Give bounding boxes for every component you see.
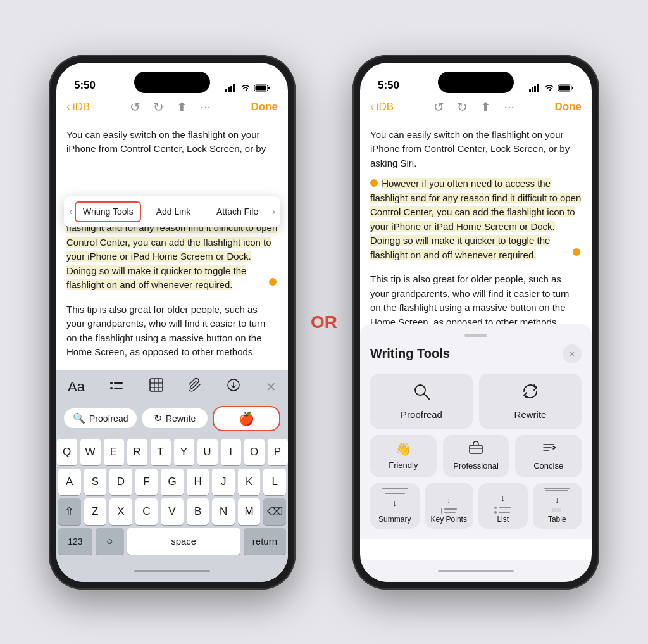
key-k[interactable]: K bbox=[238, 469, 261, 495]
keyboard-1: Q W E R T Y U I O P A S D bbox=[56, 436, 288, 560]
redo-icon-2[interactable]: ↻ bbox=[457, 99, 468, 115]
summary-icon: ↓ bbox=[379, 488, 411, 512]
svg-rect-0 bbox=[225, 89, 227, 92]
status-icons-1 bbox=[225, 84, 270, 92]
key-a[interactable]: A bbox=[58, 469, 81, 495]
nav-back-label-2[interactable]: iDB bbox=[377, 101, 394, 113]
table-label: Table bbox=[548, 515, 566, 524]
key-space[interactable]: space bbox=[127, 528, 240, 555]
dynamic-island-2 bbox=[438, 72, 514, 93]
svg-point-7 bbox=[110, 382, 113, 384]
svg-rect-6 bbox=[256, 85, 266, 90]
list-icon: ↓ bbox=[487, 488, 519, 512]
key-z[interactable]: Z bbox=[84, 498, 107, 525]
bottom-bar-2 bbox=[360, 560, 592, 582]
redo-icon[interactable]: ↻ bbox=[153, 99, 164, 115]
battery-icon-2 bbox=[558, 84, 574, 92]
rewrite-btn[interactable]: ↻ Rewrite bbox=[142, 408, 207, 428]
key-d[interactable]: D bbox=[109, 469, 132, 495]
writing-tools-close-btn[interactable]: × bbox=[563, 344, 582, 363]
nav-done-2[interactable]: Done bbox=[555, 101, 582, 113]
wt-summary-btn[interactable]: ↓ Summary bbox=[370, 483, 420, 529]
key-p[interactable]: P bbox=[268, 439, 288, 465]
toolbar-chevron-right[interactable]: › bbox=[270, 204, 278, 219]
highlighted-text-2: However if you often need to access the … bbox=[370, 178, 581, 260]
professional-icon bbox=[469, 441, 483, 457]
key-q[interactable]: Q bbox=[57, 439, 77, 465]
key-h[interactable]: H bbox=[187, 469, 209, 495]
wt-key-points-btn[interactable]: ↓ Key Points bbox=[425, 483, 474, 529]
wt-concise-btn[interactable]: Concise bbox=[515, 435, 582, 477]
key-c[interactable]: C bbox=[135, 498, 158, 525]
key-r[interactable]: R bbox=[127, 439, 147, 465]
svg-rect-10 bbox=[114, 388, 123, 389]
friendly-label: Friendly bbox=[389, 460, 418, 470]
key-y[interactable]: Y bbox=[174, 439, 194, 465]
wt-table-btn[interactable]: ↓ Table bbox=[533, 483, 582, 529]
key-w[interactable]: W bbox=[80, 439, 101, 465]
key-n[interactable]: N bbox=[212, 498, 235, 525]
highlighted-section-2: However if you often need to access the … bbox=[370, 177, 582, 262]
key-g[interactable]: G bbox=[161, 469, 184, 495]
undo-icon-2[interactable]: ↺ bbox=[433, 99, 444, 115]
key-m[interactable]: M bbox=[238, 498, 261, 525]
key-backspace[interactable]: ⌫ bbox=[263, 498, 286, 525]
wt-rewrite-btn[interactable]: Rewrite bbox=[479, 374, 582, 429]
key-l[interactable]: L bbox=[263, 469, 286, 495]
wt-friendly-btn[interactable]: 👋 Friendly bbox=[370, 435, 437, 477]
proofread-icon: 🔍 bbox=[73, 412, 85, 424]
key-v[interactable]: V bbox=[161, 498, 184, 525]
undo-icon[interactable]: ↺ bbox=[130, 99, 140, 115]
key-numbers[interactable]: 123 bbox=[58, 528, 92, 555]
share-icon-2[interactable]: ⬆ bbox=[480, 99, 491, 115]
writing-tools-btn[interactable]: Writing Tools bbox=[75, 201, 141, 222]
format-font-btn[interactable]: Aa bbox=[64, 376, 89, 398]
wt-proofread-label: Proofread bbox=[401, 409, 442, 420]
key-f[interactable]: F bbox=[135, 469, 158, 495]
writing-tools-title: Writing Tools bbox=[370, 346, 450, 361]
share-icon[interactable]: ⬆ bbox=[177, 99, 187, 115]
nav-back-label-1[interactable]: iDB bbox=[73, 101, 90, 113]
nav-back-2[interactable]: ‹ iDB bbox=[370, 101, 394, 113]
wt-professional-btn[interactable]: Professional bbox=[443, 435, 509, 477]
apple-intelligence-btn[interactable]: 🍎 bbox=[213, 406, 280, 431]
key-shift[interactable]: ⇧ bbox=[58, 498, 81, 525]
key-i[interactable]: I bbox=[221, 439, 241, 465]
wt-proofread-btn[interactable]: Proofread bbox=[370, 374, 473, 429]
key-return[interactable]: return bbox=[244, 528, 286, 555]
add-link-btn[interactable]: Add Link bbox=[141, 203, 205, 221]
keyboard-close-btn[interactable]: ✕ bbox=[262, 377, 280, 397]
key-x[interactable]: X bbox=[109, 498, 132, 525]
key-row-2: A S D F G H J K L bbox=[58, 469, 286, 495]
key-e[interactable]: E bbox=[104, 439, 124, 465]
svg-rect-5 bbox=[268, 87, 270, 89]
more-icon-2[interactable]: ··· bbox=[504, 99, 514, 114]
nav-done-1[interactable]: Done bbox=[251, 101, 278, 113]
attach-file-btn[interactable]: Attach File bbox=[206, 203, 270, 221]
toolbar-chevron-left[interactable]: ‹ bbox=[66, 204, 75, 219]
proofread-btn[interactable]: 🔍 Proofread bbox=[64, 408, 137, 428]
key-u[interactable]: U bbox=[197, 439, 218, 465]
quick-actions-1: 🔍 Proofread ↻ Rewrite 🍎 bbox=[56, 403, 288, 436]
table-btn[interactable] bbox=[146, 376, 167, 398]
key-o[interactable]: O bbox=[244, 439, 265, 465]
key-points-icon: ↓ bbox=[433, 488, 464, 512]
key-t[interactable]: T bbox=[151, 439, 171, 465]
key-s[interactable]: S bbox=[84, 469, 107, 495]
list-format-btn[interactable] bbox=[106, 376, 128, 398]
wt-format-actions: ↓ Summary ↓ bbox=[370, 483, 582, 529]
summary-label: Summary bbox=[378, 515, 411, 524]
key-b[interactable]: B bbox=[187, 498, 209, 525]
compose-btn[interactable] bbox=[223, 376, 244, 398]
more-icon[interactable]: ··· bbox=[200, 99, 211, 114]
attachment-btn[interactable] bbox=[185, 376, 205, 398]
wt-list-btn[interactable]: ↓ bbox=[478, 483, 528, 529]
close-icon: × bbox=[570, 349, 575, 359]
key-j[interactable]: J bbox=[212, 469, 235, 495]
note-content-area-1: You can easily switch on the flashlight … bbox=[56, 120, 288, 370]
writing-tools-header: Writing Tools × bbox=[370, 344, 582, 363]
key-emoji[interactable]: ☺ bbox=[96, 528, 124, 555]
nav-back-1[interactable]: ‹ iDB bbox=[66, 101, 90, 113]
home-indicator-2 bbox=[438, 570, 514, 572]
toolbar-popup: ‹ Writing Tools Add Link Attach File › bbox=[64, 196, 280, 227]
